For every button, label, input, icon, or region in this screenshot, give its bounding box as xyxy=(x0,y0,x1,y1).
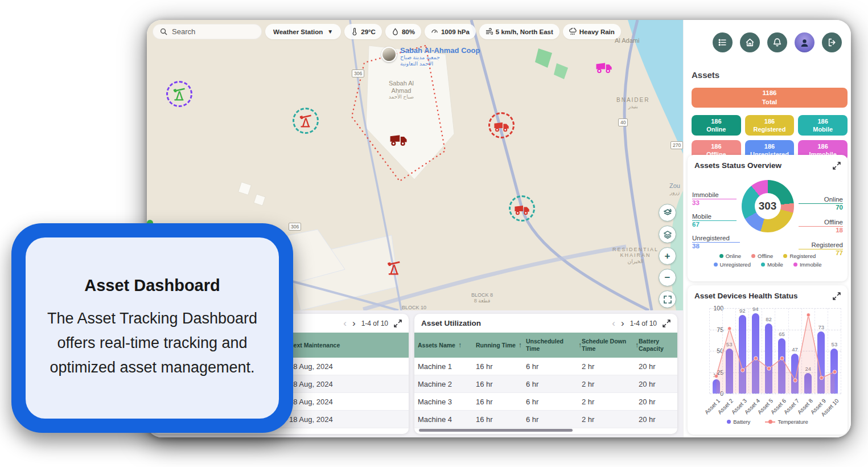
card-online[interactable]: 186Online xyxy=(692,115,741,136)
seg-label-registered: Registered 77 xyxy=(799,241,843,256)
fullscreen-button[interactable] xyxy=(659,290,676,308)
table-row: Machine 116 hr 6 hr2 hr 20 hr xyxy=(414,358,677,375)
wind-chip: 5 km/h, North East xyxy=(479,24,560,39)
assets-status-overview-panel: Assets Status Overview 303 Immobile 33 M… xyxy=(688,155,848,281)
table-title: Asset Utilization xyxy=(421,319,612,327)
map-label-block10: BLOCK 10 xyxy=(402,305,426,310)
search-input[interactable]: Search xyxy=(153,24,262,39)
droplet-icon xyxy=(392,28,399,35)
map-label-town: Sabah AlAhmad صباح الأحمد xyxy=(381,80,421,100)
zoom-in-button[interactable]: + xyxy=(659,247,676,265)
panel-title: Asset Devices Health Status xyxy=(694,292,833,300)
seg-label-online: Online 70 xyxy=(799,196,843,211)
map-topbar: Search Weather Station ▼ 29°C 80% xyxy=(153,24,621,39)
weather-station-dropdown[interactable]: Weather Station ▼ xyxy=(265,24,341,39)
profile-avatar[interactable] xyxy=(795,32,814,52)
marker-pump-red[interactable] xyxy=(385,259,402,276)
search-icon xyxy=(160,28,167,35)
marker-pump-online-selected[interactable] xyxy=(166,81,192,107)
marker-truck-mobile-selected[interactable] xyxy=(509,195,535,222)
map-label-bnaider: BNAIDERبنيدر xyxy=(616,97,649,109)
asset-status-cards: 186Online 186Registered 186Mobile 186Off… xyxy=(692,115,848,161)
marker-truck-immobile[interactable] xyxy=(595,58,612,75)
expand-icon[interactable] xyxy=(833,292,841,300)
next-page-button[interactable]: › xyxy=(352,318,356,328)
asset-devices-health-panel: Asset Devices Health Status 100 75 50 25… xyxy=(688,285,848,435)
road-badge-270: 270 xyxy=(670,141,683,149)
onboarding-callout: Asset Dashboard The Asset Tracking Dashb… xyxy=(11,223,293,433)
seg-label-immobile: Immobile 33 xyxy=(692,191,737,206)
seg-label-unregistered: Unregistered 38 xyxy=(692,235,740,249)
zoom-out-button[interactable]: − xyxy=(659,269,676,286)
map-label-coop[interactable]: Sabah Al-Ahmad Coop جمعية مدينة صباح الأ… xyxy=(381,47,480,67)
road-badge-306-top: 306 xyxy=(352,69,364,77)
map-controls: + − xyxy=(659,204,676,308)
truck-icon xyxy=(514,200,530,216)
coop-photo xyxy=(381,47,397,62)
temperature-chip: 29°C xyxy=(344,24,382,39)
donut-chart: 303 Immobile 33 Mobile 67 Unregistered 3… xyxy=(688,172,848,251)
menu-button[interactable] xyxy=(713,32,733,52)
card-registered[interactable]: 186Registered xyxy=(745,115,795,136)
coop-name: Sabah Al-Ahmad Coop xyxy=(400,46,480,55)
home-button[interactable] xyxy=(740,32,760,52)
pagination-label: 1-4 of 10 xyxy=(630,319,657,327)
pumpjack-icon xyxy=(298,113,314,129)
expand-icon[interactable] xyxy=(663,319,670,327)
sort-icon[interactable]: ↑ xyxy=(519,341,522,349)
layers-button[interactable] xyxy=(659,226,676,243)
expand-icon[interactable] xyxy=(833,162,841,170)
truck-icon xyxy=(493,117,509,133)
edit-layers-button[interactable] xyxy=(659,204,676,222)
seg-label-offline: Offline 18 xyxy=(799,219,843,233)
page: Sabah Al-Ahmad Coop جمعية مدينة صباح الأ… xyxy=(0,0,868,467)
panel-title: Assets Status Overview xyxy=(694,161,833,170)
horizontal-scrollbar[interactable] xyxy=(419,429,573,432)
notifications-button[interactable] xyxy=(767,32,787,52)
donut-legend-row2: Unregistered Mobile Immobile xyxy=(688,261,848,268)
next-page-button[interactable]: › xyxy=(621,318,624,328)
right-sidebar: Assets 1186 Total 186Online 186Registere… xyxy=(683,20,851,437)
road-badge-306-bottom: 306 xyxy=(289,223,301,231)
seg-label-mobile: Mobile 67 xyxy=(692,213,737,228)
health-bar-chart: 100 75 50 25 0 17 53 92 94 82 65 47 xyxy=(693,306,842,417)
truck-icon xyxy=(595,58,612,75)
condition-chip: Heavy Rain xyxy=(563,24,621,39)
map-label-block8: BLOCK 8قطعة 8 xyxy=(471,292,493,304)
chevron-down-icon: ▼ xyxy=(327,28,333,35)
logout-button[interactable] xyxy=(822,32,842,52)
marker-truck-dark[interactable] xyxy=(389,129,408,148)
humidity-chip: 80% xyxy=(385,24,421,39)
thermometer-icon xyxy=(351,28,358,35)
expand-icon[interactable] xyxy=(394,319,402,327)
card-mobile[interactable]: 186Mobile xyxy=(798,115,848,136)
x-axis-labels: Asset 1 Asset 2 Asset 3 Asset 4 Asset 5 … xyxy=(709,396,841,419)
donut-total: 303 xyxy=(755,193,781,219)
health-legend: Battery Temperature xyxy=(688,419,848,425)
sidebar-icon-row xyxy=(713,32,842,52)
rain-cloud-icon xyxy=(569,28,577,35)
marker-truck-alert[interactable] xyxy=(488,112,515,138)
utilization-rows: Machine 116 hr 6 hr2 hr 20 hr Machine 21… xyxy=(414,358,677,428)
road-badge-40: 40 xyxy=(618,118,628,126)
pumpjack-icon xyxy=(171,86,187,102)
map-label-residential-khairan: RESIDENTIALKHAIRAN الخيران xyxy=(612,247,659,264)
pumpjack-icon xyxy=(385,259,402,276)
wind-icon xyxy=(486,28,493,35)
table-row: Machine 416 hr 6 hr2 hr 20 hr xyxy=(414,411,677,428)
sort-icon[interactable]: ↑ xyxy=(458,341,462,349)
callout-title: Asset Dashboard xyxy=(84,276,220,295)
table-row: Machine 216 hr 6 hr2 hr 20 hr xyxy=(414,375,677,393)
utilization-table-card: Asset Utilization ‹ › 1-4 of 10 Assets N… xyxy=(414,314,677,434)
prev-page-button[interactable]: ‹ xyxy=(343,318,347,328)
search-placeholder: Search xyxy=(172,27,195,36)
pagination-label: 1-4 of 10 xyxy=(361,319,388,327)
map-label-zour: Zouزرور xyxy=(669,182,680,195)
total-assets-card[interactable]: 1186 Total xyxy=(692,88,848,108)
assets-section-title: Assets xyxy=(692,70,719,80)
temperature-legend-mark xyxy=(765,421,775,423)
marker-pump-offline-selected[interactable] xyxy=(293,108,319,134)
prev-page-button[interactable]: ‹ xyxy=(612,318,615,328)
table-row: Machine 316 hr 6 hr2 hr 20 hr xyxy=(414,393,677,411)
gauge-icon xyxy=(431,28,438,35)
